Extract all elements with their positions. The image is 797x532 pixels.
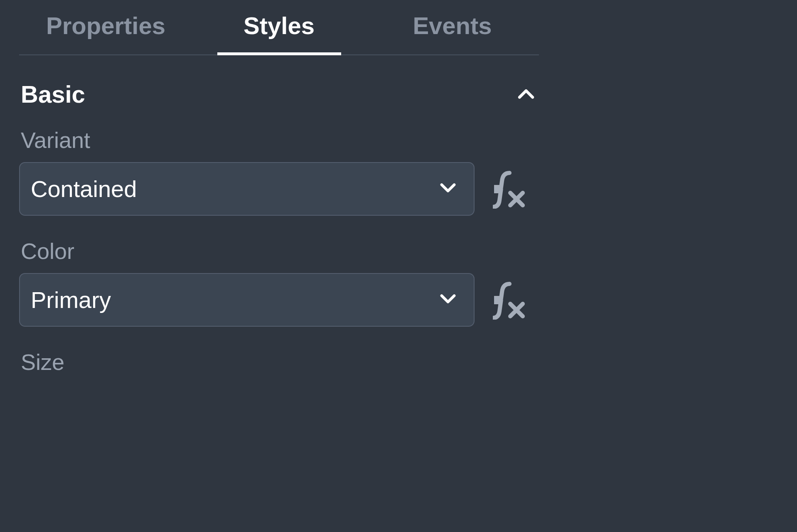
tabs-container: Properties Styles Events (19, 0, 539, 55)
tab-styles[interactable]: Styles (192, 0, 366, 54)
styles-panel: Properties Styles Events Basic Variant C… (0, 0, 558, 372)
color-fx-button[interactable] (493, 281, 534, 320)
variant-label: Variant (19, 127, 539, 153)
fx-icon (493, 281, 525, 320)
color-row: Primary (19, 273, 539, 327)
tab-events[interactable]: Events (366, 0, 539, 54)
section-header-basic[interactable]: Basic (19, 80, 539, 108)
fx-icon (493, 170, 525, 209)
color-select[interactable]: Primary (19, 273, 475, 327)
tab-properties[interactable]: Properties (19, 0, 192, 54)
chevron-down-icon (437, 288, 459, 312)
variant-select[interactable]: Contained (19, 162, 475, 216)
field-color: Color Primary (19, 238, 539, 327)
field-variant: Variant Contained (19, 127, 539, 216)
variant-fx-button[interactable] (493, 170, 534, 209)
chevron-down-icon (437, 177, 459, 201)
color-label: Color (19, 238, 539, 264)
variant-row: Contained (19, 162, 539, 216)
color-value: Primary (31, 286, 111, 313)
size-label: Size (19, 349, 539, 372)
chevron-up-icon (515, 82, 537, 106)
section-title: Basic (21, 80, 85, 108)
variant-value: Contained (31, 175, 137, 202)
